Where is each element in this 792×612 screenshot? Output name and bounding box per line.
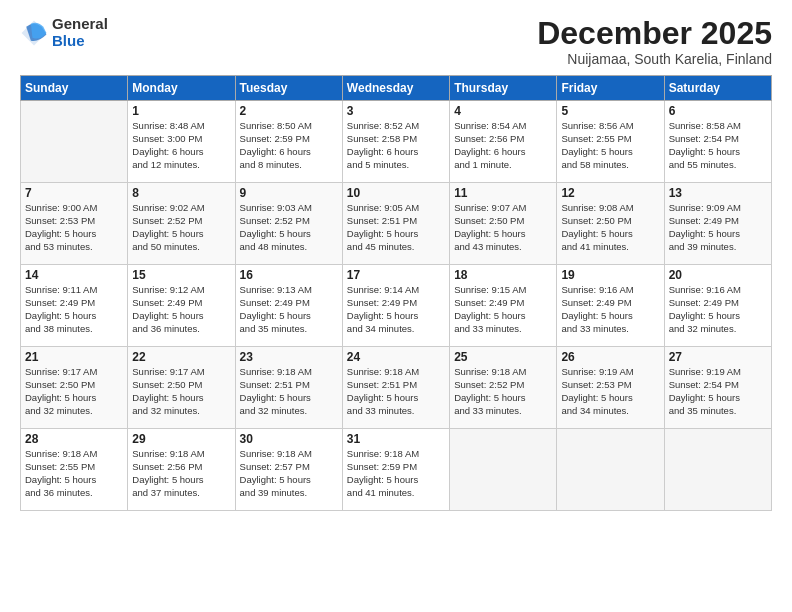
day-info: Sunrise: 9:19 AM Sunset: 2:53 PM Dayligh… (561, 366, 659, 417)
day-number: 8 (132, 186, 230, 200)
day-info: Sunrise: 9:17 AM Sunset: 2:50 PM Dayligh… (132, 366, 230, 417)
table-row: 28Sunrise: 9:18 AM Sunset: 2:55 PM Dayli… (21, 429, 128, 511)
table-row: 30Sunrise: 9:18 AM Sunset: 2:57 PM Dayli… (235, 429, 342, 511)
day-number: 27 (669, 350, 767, 364)
day-info: Sunrise: 9:16 AM Sunset: 2:49 PM Dayligh… (561, 284, 659, 335)
calendar-week-row: 21Sunrise: 9:17 AM Sunset: 2:50 PM Dayli… (21, 347, 772, 429)
table-row: 25Sunrise: 9:18 AM Sunset: 2:52 PM Dayli… (450, 347, 557, 429)
day-info: Sunrise: 9:19 AM Sunset: 2:54 PM Dayligh… (669, 366, 767, 417)
day-number: 22 (132, 350, 230, 364)
day-number: 29 (132, 432, 230, 446)
day-number: 31 (347, 432, 445, 446)
day-number: 4 (454, 104, 552, 118)
col-thursday: Thursday (450, 76, 557, 101)
day-info: Sunrise: 9:18 AM Sunset: 2:52 PM Dayligh… (454, 366, 552, 417)
table-row: 10Sunrise: 9:05 AM Sunset: 2:51 PM Dayli… (342, 183, 449, 265)
day-number: 19 (561, 268, 659, 282)
col-saturday: Saturday (664, 76, 771, 101)
table-row: 31Sunrise: 9:18 AM Sunset: 2:59 PM Dayli… (342, 429, 449, 511)
day-number: 16 (240, 268, 338, 282)
day-number: 1 (132, 104, 230, 118)
page: General Blue December 2025 Nuijamaa, Sou… (0, 0, 792, 612)
table-row: 14Sunrise: 9:11 AM Sunset: 2:49 PM Dayli… (21, 265, 128, 347)
day-number: 15 (132, 268, 230, 282)
table-row: 24Sunrise: 9:18 AM Sunset: 2:51 PM Dayli… (342, 347, 449, 429)
day-number: 5 (561, 104, 659, 118)
table-row: 12Sunrise: 9:08 AM Sunset: 2:50 PM Dayli… (557, 183, 664, 265)
day-info: Sunrise: 9:17 AM Sunset: 2:50 PM Dayligh… (25, 366, 123, 417)
table-row: 27Sunrise: 9:19 AM Sunset: 2:54 PM Dayli… (664, 347, 771, 429)
day-info: Sunrise: 8:58 AM Sunset: 2:54 PM Dayligh… (669, 120, 767, 171)
table-row (557, 429, 664, 511)
logo-icon (20, 19, 48, 47)
table-row: 5Sunrise: 8:56 AM Sunset: 2:55 PM Daylig… (557, 101, 664, 183)
location: Nuijamaa, South Karelia, Finland (537, 51, 772, 67)
month-title: December 2025 (537, 16, 772, 51)
table-row (21, 101, 128, 183)
col-monday: Monday (128, 76, 235, 101)
col-tuesday: Tuesday (235, 76, 342, 101)
day-number: 3 (347, 104, 445, 118)
day-number: 14 (25, 268, 123, 282)
logo-blue-text: Blue (52, 33, 108, 50)
day-number: 10 (347, 186, 445, 200)
calendar-header-row: Sunday Monday Tuesday Wednesday Thursday… (21, 76, 772, 101)
day-info: Sunrise: 9:18 AM Sunset: 2:51 PM Dayligh… (347, 366, 445, 417)
day-number: 11 (454, 186, 552, 200)
table-row (664, 429, 771, 511)
table-row: 3Sunrise: 8:52 AM Sunset: 2:58 PM Daylig… (342, 101, 449, 183)
day-info: Sunrise: 9:14 AM Sunset: 2:49 PM Dayligh… (347, 284, 445, 335)
table-row: 15Sunrise: 9:12 AM Sunset: 2:49 PM Dayli… (128, 265, 235, 347)
table-row: 19Sunrise: 9:16 AM Sunset: 2:49 PM Dayli… (557, 265, 664, 347)
calendar-week-row: 1Sunrise: 8:48 AM Sunset: 3:00 PM Daylig… (21, 101, 772, 183)
day-info: Sunrise: 9:00 AM Sunset: 2:53 PM Dayligh… (25, 202, 123, 253)
day-number: 21 (25, 350, 123, 364)
col-wednesday: Wednesday (342, 76, 449, 101)
day-info: Sunrise: 9:07 AM Sunset: 2:50 PM Dayligh… (454, 202, 552, 253)
day-info: Sunrise: 8:50 AM Sunset: 2:59 PM Dayligh… (240, 120, 338, 171)
calendar-week-row: 28Sunrise: 9:18 AM Sunset: 2:55 PM Dayli… (21, 429, 772, 511)
table-row: 23Sunrise: 9:18 AM Sunset: 2:51 PM Dayli… (235, 347, 342, 429)
day-info: Sunrise: 9:18 AM Sunset: 2:57 PM Dayligh… (240, 448, 338, 499)
day-number: 26 (561, 350, 659, 364)
day-number: 12 (561, 186, 659, 200)
day-number: 30 (240, 432, 338, 446)
day-number: 7 (25, 186, 123, 200)
table-row: 20Sunrise: 9:16 AM Sunset: 2:49 PM Dayli… (664, 265, 771, 347)
table-row (450, 429, 557, 511)
title-block: December 2025 Nuijamaa, South Karelia, F… (537, 16, 772, 67)
table-row: 29Sunrise: 9:18 AM Sunset: 2:56 PM Dayli… (128, 429, 235, 511)
day-info: Sunrise: 8:52 AM Sunset: 2:58 PM Dayligh… (347, 120, 445, 171)
calendar-week-row: 14Sunrise: 9:11 AM Sunset: 2:49 PM Dayli… (21, 265, 772, 347)
day-info: Sunrise: 9:18 AM Sunset: 2:51 PM Dayligh… (240, 366, 338, 417)
day-info: Sunrise: 8:48 AM Sunset: 3:00 PM Dayligh… (132, 120, 230, 171)
day-info: Sunrise: 9:18 AM Sunset: 2:59 PM Dayligh… (347, 448, 445, 499)
calendar-week-row: 7Sunrise: 9:00 AM Sunset: 2:53 PM Daylig… (21, 183, 772, 265)
day-info: Sunrise: 9:15 AM Sunset: 2:49 PM Dayligh… (454, 284, 552, 335)
calendar-table: Sunday Monday Tuesday Wednesday Thursday… (20, 75, 772, 511)
day-number: 23 (240, 350, 338, 364)
day-info: Sunrise: 8:56 AM Sunset: 2:55 PM Dayligh… (561, 120, 659, 171)
table-row: 18Sunrise: 9:15 AM Sunset: 2:49 PM Dayli… (450, 265, 557, 347)
table-row: 26Sunrise: 9:19 AM Sunset: 2:53 PM Dayli… (557, 347, 664, 429)
day-number: 24 (347, 350, 445, 364)
table-row: 17Sunrise: 9:14 AM Sunset: 2:49 PM Dayli… (342, 265, 449, 347)
day-number: 2 (240, 104, 338, 118)
col-sunday: Sunday (21, 76, 128, 101)
table-row: 6Sunrise: 8:58 AM Sunset: 2:54 PM Daylig… (664, 101, 771, 183)
day-info: Sunrise: 9:18 AM Sunset: 2:55 PM Dayligh… (25, 448, 123, 499)
day-info: Sunrise: 9:05 AM Sunset: 2:51 PM Dayligh… (347, 202, 445, 253)
day-number: 17 (347, 268, 445, 282)
day-number: 18 (454, 268, 552, 282)
header: General Blue December 2025 Nuijamaa, Sou… (20, 16, 772, 67)
table-row: 11Sunrise: 9:07 AM Sunset: 2:50 PM Dayli… (450, 183, 557, 265)
logo-text: General Blue (52, 16, 108, 49)
table-row: 21Sunrise: 9:17 AM Sunset: 2:50 PM Dayli… (21, 347, 128, 429)
day-number: 28 (25, 432, 123, 446)
table-row: 7Sunrise: 9:00 AM Sunset: 2:53 PM Daylig… (21, 183, 128, 265)
day-info: Sunrise: 9:08 AM Sunset: 2:50 PM Dayligh… (561, 202, 659, 253)
day-info: Sunrise: 9:09 AM Sunset: 2:49 PM Dayligh… (669, 202, 767, 253)
table-row: 9Sunrise: 9:03 AM Sunset: 2:52 PM Daylig… (235, 183, 342, 265)
day-info: Sunrise: 9:18 AM Sunset: 2:56 PM Dayligh… (132, 448, 230, 499)
day-number: 20 (669, 268, 767, 282)
